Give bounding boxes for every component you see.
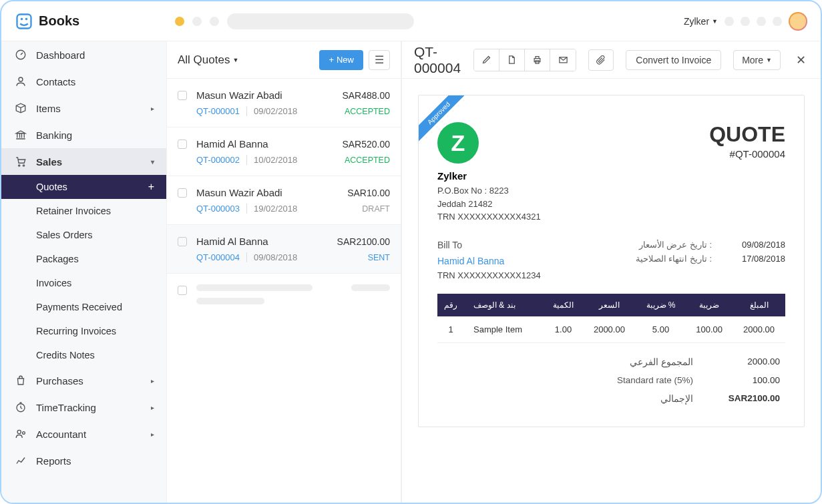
top-action-icon[interactable] (757, 17, 766, 26)
window-dot-icon (210, 17, 219, 26)
org-switcher[interactable]: Zylker ▼ (684, 16, 718, 27)
window-dot-icon (192, 17, 202, 26)
email-button[interactable] (550, 49, 576, 71)
nav-label: Items (36, 103, 61, 114)
org-trn: TRN XXXXXXXXXXX4321 (437, 210, 541, 224)
printer-icon (532, 55, 542, 65)
list-menu-button[interactable]: ☰ (369, 50, 390, 70)
sidebar-item-timetracking[interactable]: TimeTracking ▸ (1, 394, 166, 421)
date-value: 09/08/2018 (732, 240, 785, 250)
items-icon (15, 102, 27, 114)
close-button[interactable]: ✕ (793, 52, 809, 68)
print-button[interactable] (525, 49, 550, 71)
window-dot-icon (175, 17, 184, 26)
invoice-card: Approved Z Zylker P.O.Box No : 8223 Jedd… (418, 95, 805, 427)
quote-status: DRAFT (362, 204, 390, 214)
customer-trn: TRN XXXXXXXXXXX1234 (437, 270, 541, 280)
sidebar-sub-quotes[interactable]: Quotes + (1, 175, 166, 199)
sidebar-sub-payments[interactable]: Payments Received (1, 295, 166, 319)
dates-table: تاريخ عرض الأسعار :09/08/2018تاريخ انتها… (636, 240, 785, 280)
mail-icon (558, 55, 568, 65)
sidebar-sub-recurring[interactable]: Recurring Invoices (1, 319, 166, 343)
table-header: الكمية (544, 294, 583, 316)
quote-status: SENT (368, 253, 390, 262)
sub-label: Credits Notes (36, 350, 95, 360)
sidebar-item-dashboard[interactable]: Dashboard (1, 41, 166, 68)
menu-icon: ☰ (375, 53, 384, 66)
quote-amount: SAR488.00 (342, 90, 390, 101)
quote-date: 10/02/2018 (246, 155, 297, 165)
new-button[interactable]: + New (319, 50, 363, 70)
checkbox[interactable] (178, 140, 187, 149)
svg-point-6 (23, 165, 24, 166)
items-table: رقمبند & الوصفالكميةالسعرضریبة %ضریبةالم… (437, 294, 785, 343)
top-action-icon[interactable] (725, 17, 734, 26)
sidebar-sub-credits[interactable]: Credits Notes (1, 343, 166, 367)
edit-button[interactable] (474, 49, 499, 71)
attach-button[interactable] (588, 49, 614, 71)
org-pobox: P.O.Box No : 8223 (437, 184, 509, 198)
table-cell: 1 (437, 316, 464, 343)
avatar[interactable] (789, 12, 807, 31)
total-value: 2000.00 (720, 356, 780, 367)
customer-name[interactable]: Hamid Al Banna (437, 256, 541, 266)
sidebar-item-banking[interactable]: Banking (1, 121, 166, 148)
quote-customer: Hamid Al Banna (196, 236, 268, 247)
quote-row[interactable]: Masun Wazir Abadi SAR10.00 QT-000003 19/… (167, 176, 401, 225)
sub-label: Quotes (36, 182, 67, 192)
nav-label: Banking (36, 130, 72, 141)
checkbox[interactable] (178, 237, 187, 246)
new-label: New (337, 55, 354, 65)
top-action-icon[interactable] (741, 17, 750, 26)
sidebar-item-items[interactable]: Items ▸ (1, 95, 166, 121)
ribbon-label: Approved (419, 95, 471, 146)
checkbox[interactable] (178, 91, 187, 100)
total-label: Standard rate (5%) (617, 375, 693, 385)
convert-button[interactable]: Convert to Invoice (626, 50, 721, 70)
bill-to: Bill To Hamid Al Banna TRN XXXXXXXXXXX12… (437, 240, 541, 280)
pencil-icon (481, 55, 491, 65)
quote-customer: Hamid Al Banna (196, 138, 268, 150)
sidebar-sub-sales-orders[interactable]: Sales Orders (1, 223, 166, 247)
table-header: المبلغ (733, 294, 785, 316)
chevron-down-icon: ▼ (232, 57, 238, 63)
more-button[interactable]: More ▼ (733, 50, 781, 70)
sidebar-sub-packages[interactable]: Packages (1, 247, 166, 271)
sidebar-item-sales[interactable]: Sales ▾ (1, 148, 166, 175)
quote-number: QT-000002 (196, 155, 240, 165)
svg-point-9 (23, 432, 25, 435)
quote-list: Masun Wazir Abadi SAR488.00 QT-000001 09… (167, 79, 401, 503)
more-label: More (742, 55, 763, 65)
checkbox[interactable] (178, 188, 187, 198)
sidebar-sub-retainer[interactable]: Retainer Invoices (1, 199, 166, 223)
quote-date: 09/02/2018 (246, 106, 297, 116)
status-ribbon: Approved (419, 95, 472, 149)
skeleton-row (167, 274, 401, 315)
quote-customer: Masun Wazir Abadi (196, 89, 282, 101)
app-logo-icon (15, 12, 33, 31)
table-row: 1Sample Item1.002000.005.00100.002000.00 (437, 316, 785, 343)
pdf-button[interactable] (499, 49, 525, 71)
sub-label: Payments Received (36, 302, 122, 312)
purchases-icon (15, 374, 27, 387)
sidebar-sub-invoices[interactable]: Invoices (1, 271, 166, 295)
close-icon: ✕ (796, 53, 806, 67)
list-title-dropdown[interactable]: All Quotes ▼ (178, 53, 238, 67)
quote-row[interactable]: Masun Wazir Abadi SAR488.00 QT-000001 09… (167, 79, 401, 128)
search-input[interactable] (227, 13, 414, 29)
app-name: Books (39, 13, 79, 29)
sidebar-item-accountant[interactable]: Accountant ▸ (1, 421, 166, 447)
chevron-right-icon: ▸ (151, 105, 154, 112)
table-cell: 100.00 (686, 316, 733, 343)
sidebar-item-purchases[interactable]: Purchases ▸ (1, 367, 166, 394)
sidebar-item-reports[interactable]: Reports (1, 447, 166, 474)
plus-icon[interactable]: + (148, 181, 154, 193)
quote-row[interactable]: Hamid Al Banna SAR520.00 QT-000002 10/02… (167, 128, 401, 176)
sidebar-item-contacts[interactable]: Contacts (1, 68, 166, 95)
detail-header: QT-000004 Convert to Invoice More ▼ ✕ (402, 41, 821, 79)
svg-point-2 (25, 17, 28, 20)
org-city: Jeddah 21482 (437, 198, 492, 211)
org-name-label: Zylker (684, 16, 709, 27)
top-action-icon[interactable] (773, 17, 782, 26)
quote-row[interactable]: Hamid Al Banna SAR2100.00 QT-000004 09/0… (167, 225, 401, 274)
